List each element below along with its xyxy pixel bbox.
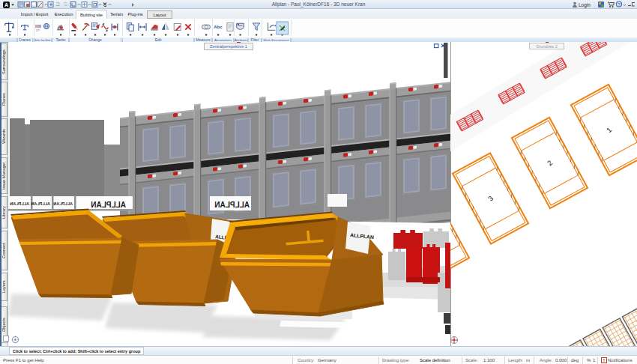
svg-text:?: ?	[618, 2, 621, 7]
svg-text:ALLPLAN: ALLPLAN	[91, 201, 126, 209]
svg-text:ALLPLAN: ALLPLAN	[10, 201, 29, 206]
svg-text:ALLPLAN: ALLPLAN	[53, 201, 73, 206]
svg-text:Abc: Abc	[214, 25, 223, 29]
svg-text:ALLPLAN: ALLPLAN	[214, 201, 250, 209]
svg-text:ALLPLAN: ALLPLAN	[31, 201, 50, 206]
svg-text:17°: 17°	[36, 29, 40, 32]
